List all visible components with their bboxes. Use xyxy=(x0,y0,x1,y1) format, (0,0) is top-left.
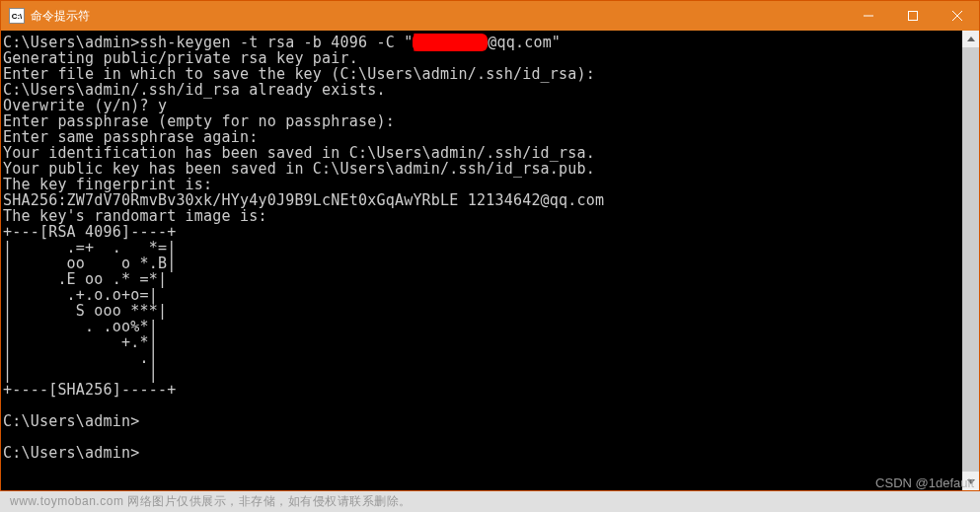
vertical-scrollbar[interactable] xyxy=(962,31,979,490)
terminal-output[interactable]: C:\Users\admin>ssh-keygen -t rsa -b 4096… xyxy=(1,31,962,490)
terminal-line: C:\Users\admin> xyxy=(3,412,139,430)
window-title: 命令提示符 xyxy=(31,8,846,25)
terminal-wrapper: C:\Users\admin>ssh-keygen -t rsa -b 4096… xyxy=(1,31,979,490)
scroll-thumb[interactable] xyxy=(962,47,979,472)
terminal-line: +----[SHA256]-----+ xyxy=(3,381,176,399)
svg-rect-1 xyxy=(908,12,917,21)
redacted-text: █████042 xyxy=(413,34,488,51)
close-button[interactable] xyxy=(935,1,979,31)
scroll-up-button[interactable] xyxy=(962,31,979,47)
minimize-button[interactable] xyxy=(846,1,890,31)
cmd-icon: C:\ xyxy=(9,8,25,24)
terminal-line: C:\Users\admin> xyxy=(3,444,139,462)
window-controls xyxy=(846,1,979,31)
watermark-text: CSDN @1default xyxy=(875,475,974,490)
titlebar[interactable]: C:\ 命令提示符 xyxy=(1,1,979,31)
footer-disclaimer: www.toymoban.com 网络图片仅供展示，非存储，如有侵权请联系删除。 xyxy=(10,493,412,510)
cmd-window: C:\ 命令提示符 C:\Users\admin>ssh-keygen -t r… xyxy=(0,0,980,491)
maximize-button[interactable] xyxy=(890,1,935,31)
